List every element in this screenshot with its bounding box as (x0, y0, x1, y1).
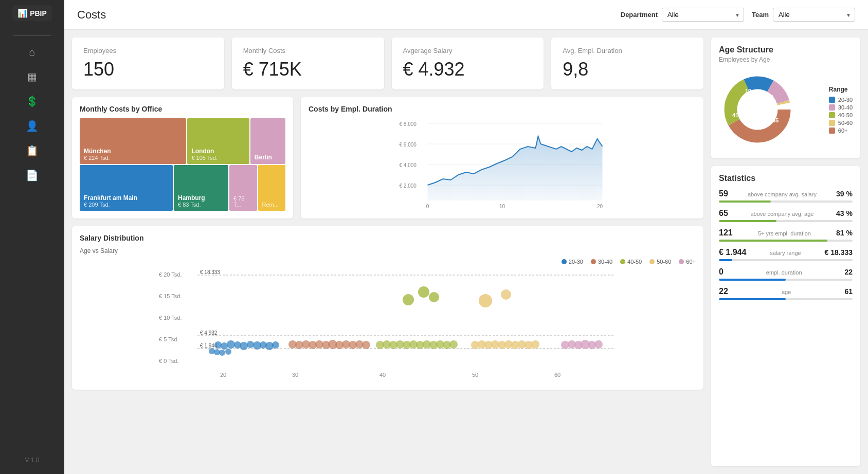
svg-text:23: 23 (767, 94, 773, 100)
scatter-card: Salary Distribution Age vs Salary 20-30 … (72, 226, 703, 390)
stat-row-0: 59 above company avg. salary 39 % (719, 189, 853, 203)
department-select[interactable]: Alle (662, 8, 744, 22)
sidebar-item-home[interactable]: ⌂ (0, 40, 64, 64)
treemap-munich-value: € 224 Tsd. (84, 155, 182, 161)
svg-point-37 (209, 348, 215, 354)
team-filter-group: Team Alle (752, 8, 855, 22)
sidebar-logo: 📊 PBIP (12, 5, 52, 21)
treemap-rem-value: Rem... (262, 202, 282, 208)
svg-text:10: 10 (499, 204, 505, 209)
svg-point-31 (240, 342, 248, 350)
stat-row-1: 65 above company avg. age 43 % (719, 209, 853, 222)
treemap-76t-value: € 76 T... (233, 195, 253, 208)
svg-text:€ 2.000: € 2.000 (400, 183, 417, 189)
stat-row-5: 22 age 61 (719, 287, 853, 300)
svg-point-40 (225, 349, 231, 355)
sidebar-version: V 1.0 (25, 457, 39, 469)
stat-bar-4 (719, 279, 853, 281)
team-label: Team (752, 11, 769, 19)
stat-pct-1: 43 % (836, 209, 853, 217)
legend-label-20-30: 20-30 (569, 259, 583, 265)
treemap-cell-hamburg: Hamburg € 83 Tsd. (174, 165, 228, 211)
treemap-cell-munich: München € 224 Tsd. (80, 118, 186, 164)
scatter-legend: 20-30 30-40 40-50 50-60 (80, 259, 696, 265)
charts-row: Monthly Costs by Office München € 224 Ts… (72, 97, 703, 218)
content-area: Employees 150 Monthly Costs € 715K Avger… (64, 30, 868, 474)
treemap-cell-rem: Rem... (258, 165, 286, 211)
svg-text:30: 30 (292, 372, 298, 378)
svg-text:50: 50 (472, 372, 478, 378)
svg-point-64 (449, 340, 458, 349)
range-color-60-plus (829, 127, 835, 134)
sidebar-item-document[interactable]: 📄 (0, 163, 64, 188)
age-structure-title: Age Structure (719, 45, 853, 54)
scatter-svg: € 20 Tsd. € 15 Tsd. € 10 Tsd. € 5 Tsd. €… (80, 269, 696, 382)
treemap-cell-76t: € 76 T... (229, 165, 257, 211)
legend-dot-20-30 (562, 259, 567, 264)
stat-bar-5 (719, 298, 853, 300)
svg-text:60: 60 (554, 372, 560, 378)
treemap-london-label: London (191, 148, 245, 155)
department-select-wrapper: Alle (662, 8, 744, 22)
svg-text:€ 4.000: € 4.000 (400, 162, 417, 168)
svg-point-67 (429, 292, 439, 302)
stat-number-2: 121 (719, 228, 733, 238)
treemap-munich-label: München (84, 148, 182, 155)
treemap-cell-london: London € 105 Tsd. (187, 118, 249, 164)
legend-label-50-60: 50-60 (657, 259, 671, 265)
treemap-row-1: Frankfurt am Main € 209 Tsd. Hamburg € 8… (80, 165, 285, 211)
report-icon: 📋 (26, 144, 39, 157)
range-item-20-30: 20-30 (829, 97, 853, 103)
sidebar-item-person[interactable]: 👤 (0, 114, 64, 138)
left-panel: Employees 150 Monthly Costs € 715K Avger… (72, 38, 703, 466)
range-color-30-40 (829, 104, 835, 111)
legend-50-60: 50-60 (649, 259, 671, 265)
treemap-cell-frankfurt: Frankfurt am Main € 209 Tsd. (80, 165, 173, 211)
legend-40-50: 40-50 (620, 259, 642, 265)
range-label-30-40: 30-40 (838, 104, 853, 111)
range-color-50-60 (829, 120, 835, 126)
stat-bar-3 (719, 259, 853, 261)
legend-30-40: 30-40 (591, 259, 612, 265)
svg-text:41: 41 (732, 112, 738, 118)
range-item-50-60: 50-60 (829, 120, 853, 126)
range-color-40-50 (829, 112, 835, 118)
range-color-20-30 (829, 97, 835, 103)
stat-row-4: 0 empl. duration 22 (719, 267, 853, 281)
stat-number-3: € 1.944 (719, 248, 746, 257)
stat-bar-fill-4 (719, 279, 786, 281)
svg-point-36 (272, 341, 279, 349)
sidebar-item-report[interactable]: 📋 (0, 138, 64, 163)
stat-info-0: 59 above company avg. salary 39 % (719, 189, 853, 198)
stat-info-4: 0 empl. duration 22 (719, 267, 853, 277)
kpi-employees: Employees 150 (72, 38, 224, 89)
sidebar-item-costs[interactable]: 💲 (0, 89, 64, 114)
legend-label-30-40: 30-40 (598, 259, 612, 265)
stat-bar-2 (719, 240, 853, 242)
range-label-50-60: 50-60 (838, 120, 853, 126)
stat-pct-5: 61 (844, 287, 853, 296)
svg-point-65 (403, 294, 414, 305)
svg-point-85 (594, 340, 603, 349)
treemap-frankfurt-value: € 209 Tsd. (84, 202, 169, 208)
stat-desc-1: above company avg. age (728, 211, 836, 217)
right-panel: Age Structure Employees by Age (711, 38, 860, 466)
team-select[interactable]: Alle (773, 8, 855, 22)
kpi-employees-value: 150 (83, 59, 213, 80)
kpi-avg-duration-value: 9,8 (563, 59, 692, 80)
svg-point-52 (362, 341, 370, 349)
donut-svg: 23 19 41 65 (719, 71, 796, 148)
svg-text:€ 0 Tsd.: € 0 Tsd. (159, 358, 178, 364)
svg-point-78 (479, 294, 492, 307)
line-chart-svg: € 8.000 € 6.000 € 4.000 € 2.000 (309, 118, 696, 211)
line-chart-title: Costs by Empl. Duration (309, 105, 696, 113)
sidebar-item-calendar[interactable]: ▦ (0, 64, 64, 89)
svg-text:€ 10 Tsd.: € 10 Tsd. (159, 315, 182, 321)
chart-icon: 📊 (17, 8, 28, 18)
kpi-monthly-costs-value: € 715K (243, 59, 373, 80)
document-icon: 📄 (26, 169, 39, 181)
svg-point-79 (501, 289, 511, 300)
team-select-wrapper: Alle (773, 8, 855, 22)
kpi-monthly-costs: Monthly Costs € 715K (232, 38, 384, 89)
svg-point-27 (214, 341, 222, 349)
